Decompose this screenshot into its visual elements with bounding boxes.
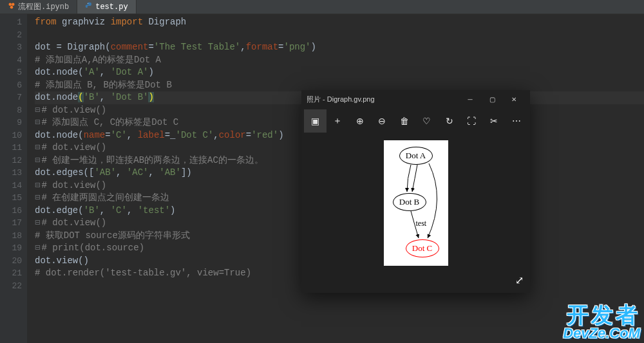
photos-window: 照片 - Digraph.gv.png ─ ▢ ✕ ▣＋⊕⊖🗑♡↻⛶✂⋯ Dot… xyxy=(301,90,530,293)
python-icon xyxy=(85,2,93,12)
rotate-icon[interactable]: ↻ xyxy=(438,109,460,133)
svg-point-0 xyxy=(9,3,12,6)
minimize-button[interactable]: ─ xyxy=(459,90,481,108)
tab-bar: 流程图.ipynbtest.py xyxy=(0,0,644,14)
close-button[interactable]: ✕ xyxy=(503,90,525,108)
photos-title: 照片 - Digraph.gv.png xyxy=(307,95,375,104)
edit-icon[interactable]: ✂ xyxy=(483,109,506,133)
photos-titlebar[interactable]: 照片 - Digraph.gv.png ─ ▢ ✕ xyxy=(301,90,530,108)
photos-canvas[interactable]: Dot ADot BDot Ctest ⤢ xyxy=(301,134,530,293)
graph-image: Dot ADot BDot Ctest xyxy=(384,140,448,266)
zoom-in-icon[interactable]: ⊕ xyxy=(348,109,371,133)
code-line-2[interactable] xyxy=(35,29,644,42)
code-line-5[interactable]: dot.node('A', 'Dot A') xyxy=(35,66,644,79)
svg-point-3 xyxy=(88,3,88,3)
zoom-out-icon[interactable]: ⊖ xyxy=(371,109,393,133)
code-line-1[interactable]: from graphviz import Digraph xyxy=(35,16,644,29)
graph-edge-label: test xyxy=(416,219,427,228)
tab-test.py[interactable]: test.py xyxy=(77,0,136,14)
fullscreen-icon[interactable]: ⤢ xyxy=(515,274,524,286)
graph-node: Dot A xyxy=(399,147,433,165)
graph-node: Dot C xyxy=(406,239,439,257)
svg-point-2 xyxy=(10,6,14,9)
maximize-button[interactable]: ▢ xyxy=(481,90,503,108)
add-icon[interactable]: ＋ xyxy=(327,109,349,133)
svg-point-1 xyxy=(12,3,15,6)
tab-label: 流程图.ipynb xyxy=(18,1,69,12)
tab-label: test.py xyxy=(95,3,128,12)
line-number-gutter: 12345678910111213141516171819202122 xyxy=(0,14,27,343)
code-line-4[interactable]: # 添加圆点A,A的标签是Dot A xyxy=(35,54,644,67)
delete-icon[interactable]: 🗑 xyxy=(393,109,416,133)
tab-流程图.ipynb[interactable]: 流程图.ipynb xyxy=(0,0,77,14)
photos-toolbar: ▣＋⊕⊖🗑♡↻⛶✂⋯ xyxy=(301,108,530,134)
graph-node: Dot B xyxy=(393,193,426,211)
image-icon[interactable]: ▣ xyxy=(304,109,327,133)
code-line-3[interactable]: dot = Digraph(comment='The Test Table',f… xyxy=(35,41,644,54)
more-icon[interactable]: ⋯ xyxy=(505,109,527,133)
crop-icon[interactable]: ⛶ xyxy=(460,109,483,133)
favorite-icon[interactable]: ♡ xyxy=(416,109,439,133)
jupyter-icon xyxy=(8,2,15,12)
